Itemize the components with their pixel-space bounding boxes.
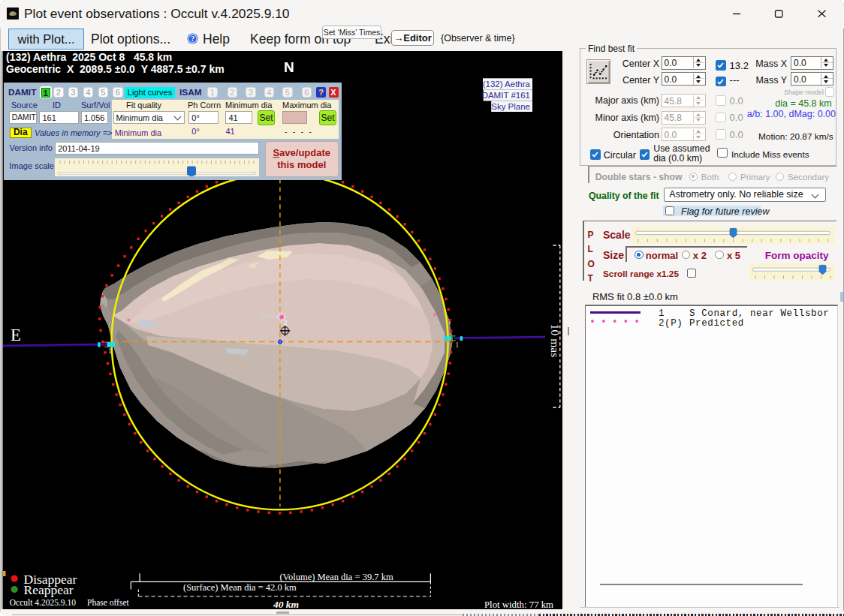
svg-text:Reappear: Reappear [24,582,74,597]
svg-text:(132) Aethra: (132) Aethra [483,80,531,89]
svg-text:?: ? [191,35,194,43]
svg-text:Occult 4.2025.9.10: Occult 4.2025.9.10 [10,598,76,607]
svg-text:1: 1 [455,340,460,349]
svg-text:(Surface) Mean dia = 42.0 km: (Surface) Mean dia = 42.0 km [183,582,297,593]
svg-text:Phase offset: Phase offset [87,598,129,607]
svg-text:1: 1 [108,346,113,355]
svg-text:(Volume) Mean dia = 39.7 km: (Volume) Mean dia = 39.7 km [279,572,393,582]
svg-text:Geocentric X 2089.5 ±0.0 Y: Geocentric X 2089.5 ±0.0 Y 4887.5 ±0.7 k… [6,63,225,75]
svg-text:2: 2 [284,318,288,326]
svg-text:10 mas: 10 mas [549,324,562,357]
svg-text:E: E [11,326,21,344]
svg-text:40 km: 40 km [273,599,299,610]
svg-text:DAMIT #161: DAMIT #161 [482,91,530,100]
svg-text:(132) Aethra 2025 Oct 8 45.: (132) Aethra 2025 Oct 8 45.8 km [6,51,172,63]
svg-text:N: N [284,59,294,75]
svg-text:Sky Plane: Sky Plane [491,102,530,111]
svg-text:Plot width: 77 km: Plot width: 77 km [484,599,553,609]
